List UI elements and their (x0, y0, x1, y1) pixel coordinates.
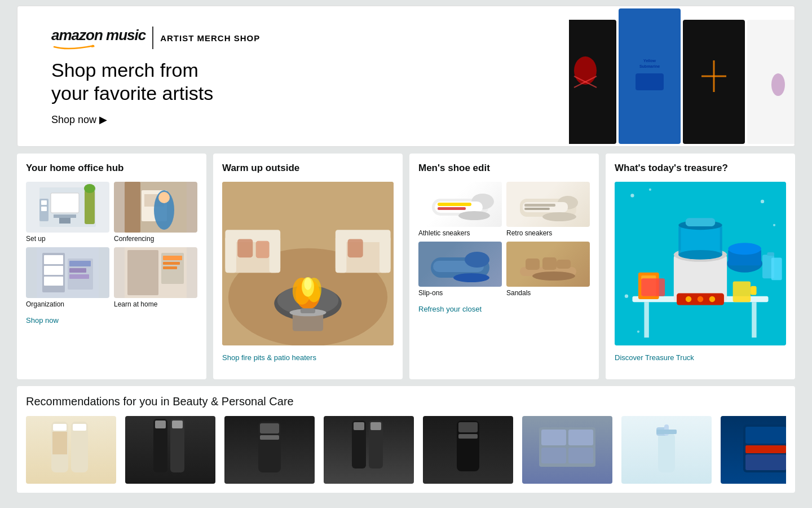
svg-rect-48 (225, 236, 236, 273)
svg-rect-35 (69, 268, 86, 273)
merch-shop-label: ARTIST MERCH SHOP (160, 33, 260, 43)
svg-rect-56 (348, 239, 363, 258)
svg-rect-75 (523, 202, 568, 212)
svg-rect-118 (751, 286, 756, 295)
svg-rect-38 (127, 250, 158, 295)
svg-point-91 (761, 200, 764, 203)
svg-rect-54 (336, 236, 347, 273)
retro-label: Retro sneakers (506, 229, 590, 237)
svg-rect-126 (155, 421, 166, 428)
retro-sneaker-item[interactable]: Retro sneakers (506, 182, 590, 237)
svg-rect-85 (542, 257, 557, 270)
logo-divider (152, 27, 153, 49)
product-item-1[interactable] (26, 416, 116, 484)
home-office-item-setup[interactable]: Set up (26, 182, 109, 243)
svg-rect-51 (256, 241, 270, 258)
sandal-item[interactable]: Sandals (506, 242, 590, 297)
svg-rect-20 (85, 190, 95, 224)
org-image (26, 247, 109, 298)
home-office-grid: Set up Conferencing (26, 182, 197, 308)
svg-rect-102 (767, 252, 774, 256)
svg-rect-55 (379, 236, 391, 273)
svg-point-100 (728, 243, 761, 255)
svg-rect-142 (541, 448, 566, 463)
svg-rect-16 (59, 218, 70, 224)
svg-rect-123 (73, 424, 86, 431)
svg-point-110 (678, 250, 722, 260)
face-wash-icon (434, 416, 502, 484)
product-image-4 (324, 416, 414, 484)
svg-point-63 (304, 278, 311, 290)
product-item-7[interactable] (621, 416, 712, 484)
product-item-3[interactable] (224, 416, 315, 484)
product-item-6[interactable] (522, 416, 612, 484)
retro-sneaker-image (506, 182, 590, 227)
svg-point-90 (649, 189, 651, 191)
svg-rect-119 (641, 278, 665, 296)
svg-rect-135 (370, 422, 381, 430)
sandal-label: Sandals (506, 289, 590, 297)
svg-rect-137 (458, 422, 478, 432)
mens-shoe-link[interactable]: Refresh your closet (418, 305, 482, 313)
svg-point-89 (630, 194, 634, 197)
svg-rect-14 (51, 193, 79, 213)
svg-rect-18 (41, 200, 47, 205)
tagline-line1: Shop merch from (51, 59, 761, 82)
svg-rect-77 (524, 208, 550, 210)
setup-image (26, 182, 109, 233)
hero-tagline: Shop merch from your favorite artists (51, 59, 761, 105)
svg-point-82 (453, 273, 489, 282)
athletic-sneaker-item[interactable]: Athletic sneakers (418, 182, 502, 237)
treasure-image (615, 182, 786, 345)
tshirt-design-4 (756, 54, 795, 110)
warm-outside-card: Warm up outside (213, 154, 403, 379)
slipon-item[interactable]: Slip-ons (418, 242, 502, 297)
svg-rect-128 (172, 421, 183, 428)
product-item-8[interactable] (721, 416, 786, 484)
home-office-item-org[interactable]: Organization (26, 247, 109, 308)
cards-row: Your home office hub (17, 154, 795, 379)
svg-point-78 (542, 212, 576, 221)
product-item-5[interactable] (423, 416, 513, 484)
shoe-grid: Athletic sneakers Retro sneakers (418, 182, 590, 297)
svg-rect-49 (270, 236, 281, 273)
firepit-scene-icon (222, 182, 394, 345)
treasure-truck-link[interactable]: Discover Treasure Truck (615, 353, 694, 362)
svg-point-115 (698, 296, 703, 302)
outdoor-image (222, 182, 394, 345)
svg-rect-36 (69, 274, 89, 279)
hero-shop-link[interactable]: Shop now ▶ (51, 114, 107, 125)
every-man-jack-1-icon (136, 416, 204, 484)
home-office-title: Your home office hub (26, 163, 197, 174)
dr-teals-product-icon (37, 416, 105, 484)
org-scene-icon (37, 247, 99, 298)
setup-scene-icon (37, 182, 99, 233)
learn-image (114, 247, 197, 298)
svg-rect-41 (163, 256, 182, 260)
epsom-salt-icon (732, 416, 786, 484)
svg-rect-151 (745, 454, 786, 470)
svg-rect-147 (656, 430, 677, 434)
products-row (26, 416, 786, 484)
svg-rect-32 (44, 277, 63, 286)
product-image-3 (224, 416, 315, 484)
product-item-4[interactable] (324, 416, 414, 484)
home-office-item-conf[interactable]: Conferencing (114, 182, 197, 243)
recommendations-title: Recommendations for you in Beauty & Pers… (26, 395, 786, 408)
conf-scene-icon (125, 182, 187, 233)
svg-rect-138 (458, 434, 478, 439)
svg-rect-34 (69, 261, 91, 266)
spray-bottle-icon (633, 416, 700, 484)
home-office-shop-link[interactable]: Shop now (26, 316, 59, 325)
warm-outside-link[interactable]: Shop fire pits & patio heaters (222, 353, 316, 362)
product-item-2[interactable] (125, 416, 215, 484)
svg-rect-30 (44, 255, 63, 264)
svg-point-87 (532, 271, 575, 281)
learn-scene-icon (125, 247, 187, 298)
svg-point-21 (84, 184, 95, 193)
svg-rect-86 (557, 260, 571, 269)
svg-rect-149 (745, 427, 786, 444)
product-image-7 (621, 416, 712, 484)
product-image-6 (522, 416, 612, 484)
home-office-item-learn[interactable]: Learn at home (114, 247, 197, 308)
